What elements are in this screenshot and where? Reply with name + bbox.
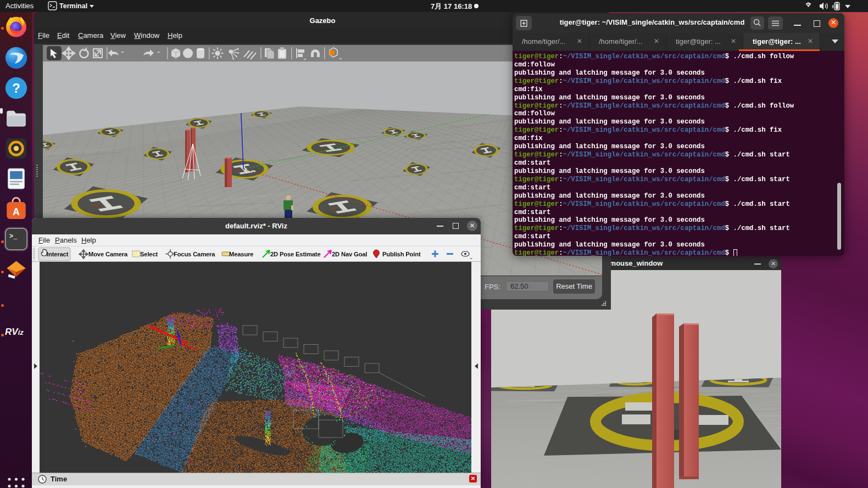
svg-text:Move Camera: Move Camera [88, 251, 128, 257]
svg-text:?: ? [807, 2, 810, 8]
svg-text:Publish Point: Publish Point [382, 251, 421, 257]
svg-text:A: A [13, 206, 20, 217]
svg-text:Select: Select [140, 251, 158, 257]
svg-text:Interact: Interact [47, 251, 69, 257]
svg-text:2D Pose Estimate: 2D Pose Estimate [270, 251, 321, 257]
svg-text:Focus Camera: Focus Camera [174, 251, 215, 257]
svg-text:>_: >_ [9, 233, 18, 240]
svg-text:Measure: Measure [229, 251, 253, 257]
svg-text:?: ? [12, 81, 20, 96]
svg-text:2D Nav Goal: 2D Nav Goal [332, 251, 367, 257]
